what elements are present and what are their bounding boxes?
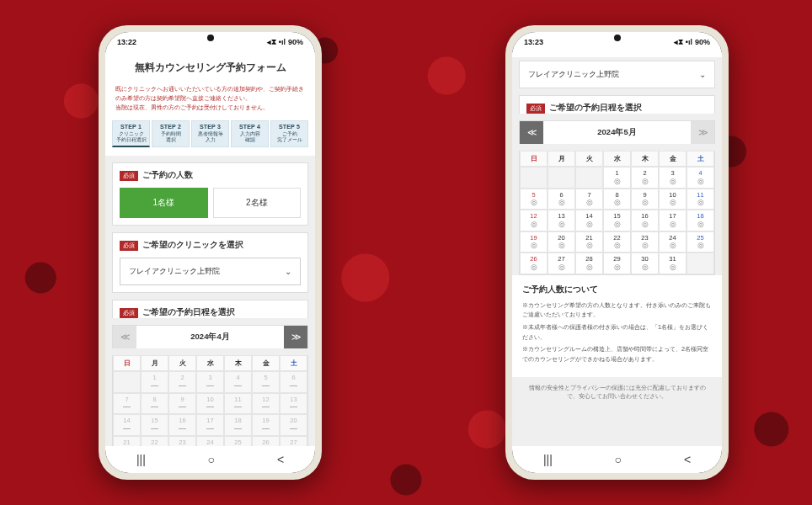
android-nav-bar: ||| ○ <: [105, 446, 315, 473]
calendar-day[interactable]: 8◎: [603, 189, 631, 210]
required-badge: 必須: [120, 241, 138, 251]
chevron-down-icon: ⌄: [285, 267, 291, 276]
calendar-day[interactable]: 17◎: [659, 210, 686, 231]
calendar-day[interactable]: 16—: [168, 414, 196, 436]
calendar-day[interactable]: 3◎: [659, 167, 686, 189]
calendar-day[interactable]: 28◎: [575, 252, 603, 274]
calendar-day[interactable]: 23◎: [631, 231, 659, 253]
calendar-day[interactable]: 6◎: [548, 189, 575, 210]
calendar-week: 21—22—23—24—25—26—27—: [113, 436, 307, 446]
dow-thu: 木: [224, 355, 252, 371]
calendar-week: 26◎27◎28◎29◎30◎31◎: [520, 252, 714, 274]
dow-sun: 日: [113, 355, 141, 371]
calendar-day[interactable]: 12—: [252, 393, 280, 415]
calendar-day[interactable]: 19—: [252, 414, 280, 436]
info-list: ※カウンセリング希望の方の人数となります。付き添いのみのご来院もご遠慮いただいて…: [512, 300, 722, 377]
clinic-select-right[interactable]: フレイアクリニック上野院 ⌄: [520, 61, 714, 88]
step-3: STEP 3悪者情報等 入力: [191, 120, 229, 147]
screen-left[interactable]: 無料カウンセリング予約フォーム 既にクリニックへお通いいただいている方の追加契約…: [105, 52, 315, 446]
calendar-day[interactable]: 14—: [113, 414, 141, 436]
calendar-day[interactable]: 16◎: [631, 210, 659, 231]
calendar-day[interactable]: 9◎: [631, 189, 659, 210]
calendar-prev-right[interactable]: ≪: [520, 121, 543, 144]
required-badge: 必須: [120, 171, 138, 181]
calendar-day[interactable]: 29◎: [603, 252, 631, 274]
calendar-day[interactable]: 9—: [168, 393, 196, 415]
camera-notch: [207, 35, 214, 41]
calendar-day[interactable]: 17—: [196, 414, 224, 436]
calendar-week: 1◎2◎3◎4◎: [520, 167, 714, 189]
calendar-day[interactable]: 2—: [168, 371, 196, 393]
calendar-day[interactable]: 7◎: [575, 189, 603, 210]
calendar-grid-right: 日 月 火 水 木 金 土 1◎2◎3◎4◎ 5◎6◎7◎8◎9◎10◎11◎ …: [519, 151, 715, 275]
calendar-day[interactable]: 24◎: [659, 231, 686, 253]
calendar-prev-left[interactable]: ≪: [113, 326, 136, 348]
calendar-next-right[interactable]: ≫: [691, 121, 714, 144]
calendar-day[interactable]: 24—: [196, 436, 224, 446]
dow-fri: 金: [659, 151, 686, 167]
nav-back-button[interactable]: <: [684, 453, 691, 466]
calendar-day[interactable]: 18◎: [686, 210, 714, 231]
calendar-day[interactable]: 20—: [280, 414, 307, 436]
calendar-day[interactable]: 25—: [224, 436, 252, 446]
calendar-day[interactable]: 8—: [141, 393, 168, 415]
calendar-day[interactable]: 5◎: [520, 189, 548, 210]
calendar-next-left[interactable]: ≫: [284, 326, 307, 348]
calendar-day[interactable]: 3—: [196, 371, 224, 393]
calendar-day[interactable]: 22◎: [603, 231, 631, 253]
people-option-2[interactable]: 2名様: [213, 188, 302, 218]
dow-thu: 木: [631, 151, 659, 167]
nav-home-button[interactable]: ○: [208, 453, 215, 466]
calendar-day[interactable]: 21◎: [575, 231, 603, 253]
nav-home-button[interactable]: ○: [615, 453, 622, 466]
calendar-day[interactable]: 11◎: [686, 189, 714, 210]
calendar-day[interactable]: 13—: [280, 393, 307, 415]
people-option-1[interactable]: 1名様: [120, 188, 208, 218]
calendar-day[interactable]: 20◎: [548, 231, 575, 253]
calendar-day[interactable]: 12◎: [520, 210, 548, 231]
calendar-day[interactable]: 1◎: [603, 167, 631, 189]
info-heading: ご予約人数について: [512, 275, 722, 300]
calendar-day[interactable]: 4◎: [686, 167, 714, 189]
screen-right[interactable]: フレイアクリニック上野院 ⌄ 必須 ご希望の予約日程を選択 ≪ 2024年5月 …: [512, 52, 722, 446]
calendar-day[interactable]: 30◎: [631, 252, 659, 274]
progress-steps: STEP 1クリニック 予約日程選択 STEP 2予約時間 選択 STEP 3悪…: [105, 120, 315, 156]
required-badge: 必須: [120, 308, 138, 318]
calendar-day[interactable]: 26◎: [520, 252, 548, 274]
calendar-day[interactable]: 5—: [252, 371, 280, 393]
nav-recent-button[interactable]: |||: [136, 453, 146, 466]
calendar-day[interactable]: 27—: [280, 436, 307, 446]
clinic-select[interactable]: フレイアクリニック上野院 ⌄: [120, 258, 301, 285]
nav-recent-button[interactable]: |||: [543, 453, 553, 466]
calendar-day[interactable]: 7—: [113, 393, 141, 415]
calendar-day[interactable]: 13◎: [548, 210, 575, 231]
calendar-day[interactable]: 10—: [196, 393, 224, 415]
calendar-day[interactable]: 1—: [141, 371, 168, 393]
dow-tue: 火: [575, 151, 603, 167]
calendar-day[interactable]: 25◎: [686, 231, 714, 253]
calendar-week: 14—15—16—17—18—19—20—: [113, 414, 307, 436]
android-nav-bar: ||| ○ <: [512, 446, 722, 473]
card-date-right: 必須 ご希望の予約日程を選択: [519, 95, 715, 114]
calendar-day[interactable]: 15◎: [603, 210, 631, 231]
step-1: STEP 1クリニック 予約日程選択: [112, 120, 150, 147]
calendar-day[interactable]: 18—: [224, 414, 252, 436]
calendar-day[interactable]: 2◎: [631, 167, 659, 189]
calendar-day[interactable]: 11—: [224, 393, 252, 415]
calendar-day[interactable]: 6—: [280, 371, 307, 393]
calendar-day[interactable]: 27◎: [548, 252, 575, 274]
calendar-day[interactable]: 22—: [141, 436, 168, 446]
calendar-day[interactable]: 26—: [252, 436, 280, 446]
nav-back-button[interactable]: <: [277, 453, 284, 466]
calendar-day[interactable]: 10◎: [659, 189, 686, 210]
dow-mon: 月: [141, 355, 168, 371]
calendar-day[interactable]: 15—: [141, 414, 168, 436]
calendar-day[interactable]: 23—: [168, 436, 196, 446]
calendar-day[interactable]: 14◎: [575, 210, 603, 231]
calendar-day[interactable]: 19◎: [520, 231, 548, 253]
calendar-day[interactable]: 21—: [113, 436, 141, 446]
card-title-date: ご希望の予約日程を選択: [142, 307, 235, 318]
calendar-day[interactable]: 31◎: [659, 252, 686, 274]
calendar-day[interactable]: 4—: [224, 371, 252, 393]
calendar-cell-blank: [113, 371, 141, 393]
